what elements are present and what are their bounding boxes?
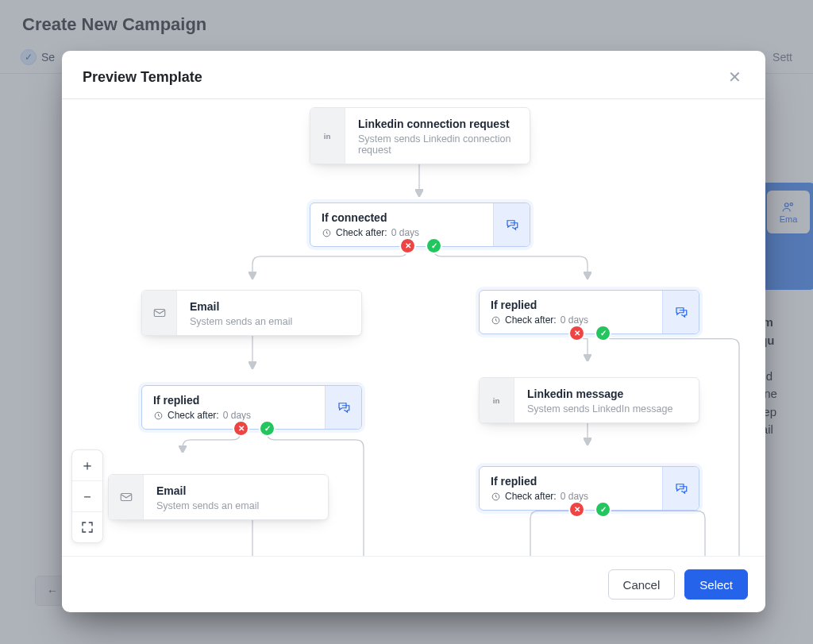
minus-icon: － bbox=[80, 487, 94, 506]
node-subtitle: System sends an email bbox=[190, 316, 349, 327]
branch-no-icon: ✕ bbox=[401, 239, 414, 253]
cancel-button[interactable]: Cancel bbox=[608, 569, 676, 600]
fullscreen-icon bbox=[80, 520, 94, 534]
node-email-1[interactable]: Email System sends an email bbox=[141, 290, 362, 336]
clock-icon bbox=[322, 228, 332, 238]
node-linkedin-connection[interactable]: in Linkedin connection request System se… bbox=[310, 107, 530, 164]
zoom-out-button[interactable]: － bbox=[72, 480, 102, 511]
plus-icon: ＋ bbox=[80, 456, 94, 475]
select-button-label: Select bbox=[699, 578, 733, 592]
condition-if-replied-right-1[interactable]: If replied Check after: 0 days bbox=[479, 290, 699, 334]
chat-icon bbox=[325, 386, 361, 429]
zoom-fit-button[interactable] bbox=[72, 511, 102, 542]
chat-icon bbox=[662, 467, 699, 510]
zoom-controls: ＋ － bbox=[71, 449, 103, 543]
clock-icon bbox=[491, 315, 501, 326]
modal-footer: Cancel Select bbox=[62, 556, 765, 612]
condition-if-replied-left[interactable]: If replied Check after: 0 days bbox=[141, 385, 362, 430]
node-title: Linkedin message bbox=[527, 388, 686, 400]
svg-text:in: in bbox=[492, 396, 499, 405]
condition-if-replied-right-2[interactable]: If replied Check after: 0 days bbox=[479, 466, 699, 511]
chat-icon bbox=[662, 291, 699, 334]
svg-rect-10 bbox=[121, 494, 132, 501]
condition-if-connected[interactable]: If connected Check after: 0 days bbox=[310, 202, 530, 247]
close-icon: ✕ bbox=[728, 67, 742, 87]
condition-title: If connected bbox=[322, 211, 482, 224]
node-title: Linkedin connection request bbox=[358, 118, 517, 130]
node-subtitle: System sends Linkedin connection request bbox=[358, 133, 517, 156]
svg-text:in: in bbox=[323, 132, 330, 141]
branch-no-icon: ✕ bbox=[234, 422, 248, 435]
branch-no-icon: ✕ bbox=[570, 503, 584, 516]
node-subtitle: System sends an email bbox=[156, 500, 315, 511]
email-icon bbox=[109, 475, 144, 519]
condition-meta: Check after: 0 days bbox=[491, 314, 651, 326]
branch-yes-icon: ✓ bbox=[596, 326, 610, 340]
modal-header: Preview Template ✕ bbox=[62, 51, 765, 98]
clock-icon bbox=[153, 411, 164, 421]
condition-title: If replied bbox=[491, 475, 651, 488]
node-email-2[interactable]: Email System sends an email bbox=[108, 474, 329, 520]
cancel-button-label: Cancel bbox=[623, 578, 661, 592]
branch-no-icon: ✕ bbox=[570, 326, 584, 340]
email-icon bbox=[142, 291, 177, 335]
condition-title: If replied bbox=[491, 299, 651, 311]
select-button[interactable]: Select bbox=[684, 569, 748, 600]
svg-rect-8 bbox=[154, 310, 165, 317]
branch-yes-icon: ✓ bbox=[427, 239, 441, 253]
branch-yes-icon: ✓ bbox=[260, 422, 274, 435]
condition-meta: Check after: 0 days bbox=[153, 410, 314, 421]
linkedin-icon: in bbox=[480, 378, 514, 422]
branch-yes-icon: ✓ bbox=[596, 503, 610, 516]
condition-meta: Check after: 0 days bbox=[322, 227, 482, 238]
condition-meta: Check after: 0 days bbox=[491, 491, 651, 502]
node-title: Email bbox=[156, 484, 315, 497]
node-linkedin-message[interactable]: in Linkedin message System sends LinkedI… bbox=[479, 377, 699, 423]
zoom-in-button[interactable]: ＋ bbox=[72, 450, 102, 480]
flow-canvas-wrapper: in Linkedin connection request System se… bbox=[62, 99, 765, 556]
preview-template-modal: Preview Template ✕ bbox=[62, 51, 765, 612]
condition-title: If replied bbox=[153, 394, 314, 407]
chat-icon bbox=[493, 203, 530, 246]
linkedin-icon: in bbox=[310, 108, 345, 164]
flow-canvas[interactable]: in Linkedin connection request System se… bbox=[62, 99, 765, 556]
node-subtitle: System sends LinkedIn message bbox=[527, 403, 686, 415]
close-button[interactable]: ✕ bbox=[724, 67, 745, 87]
clock-icon bbox=[491, 492, 501, 502]
modal-title: Preview Template bbox=[83, 69, 202, 86]
node-title: Email bbox=[190, 300, 349, 313]
